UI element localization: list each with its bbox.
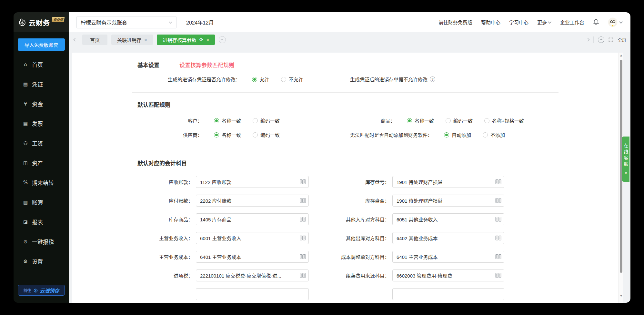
voucher-edit-label: 生成的进销存凭证是否允许修改：: [132, 76, 240, 83]
radio-product-code-match[interactable]: 编码一致: [446, 117, 473, 124]
bell-icon[interactable]: [593, 19, 599, 25]
radio-supplier-code-match[interactable]: 编码一致: [253, 131, 280, 138]
subject-picker-icon[interactable]: [300, 198, 306, 203]
field-label: 库存商品：: [132, 216, 196, 223]
subject-picker-icon[interactable]: [495, 179, 501, 185]
subject-picker-icon[interactable]: [300, 179, 306, 185]
import-free-account-button[interactable]: 导入免费版账套: [18, 38, 65, 51]
sidebar-nav: ⌂ 首页 ▤ 凭证 ¥ 资金 ▦ 发票 ⚇ 工资 ◫ 资产: [14, 55, 69, 271]
radio-customer-code-match[interactable]: 编码一致: [253, 117, 280, 124]
online-service-tab[interactable]: 在线客服 «: [622, 137, 629, 182]
voucher-icon: ▤: [22, 81, 29, 87]
subject-picker-icon[interactable]: [300, 273, 306, 278]
sidebar-item-reports[interactable]: ◪ 报表: [14, 212, 69, 232]
goto-free-version-link[interactable]: 前往财务免费版: [438, 19, 472, 25]
field-label: 其他入库对方科目：: [309, 216, 392, 223]
section-title-basic: 基本设置: [137, 61, 159, 69]
sidebar-item-voucher[interactable]: ▤ 凭证: [14, 74, 69, 94]
sidebar-item-assets[interactable]: ◫ 资产: [14, 153, 69, 173]
assets-icon: ◫: [22, 160, 29, 166]
avatar: [608, 17, 618, 27]
tab-home[interactable]: 首页: [82, 35, 107, 45]
main-cost-input[interactable]: [196, 251, 309, 263]
other-outbound-subject-input[interactable]: [392, 232, 504, 244]
chevron-down-icon: [619, 20, 623, 23]
scroll-down-icon[interactable]: ▼: [619, 293, 624, 298]
radio-disallow[interactable]: 不允许: [281, 76, 303, 83]
sidebar-item-home[interactable]: ⌂ 首页: [14, 55, 69, 74]
radio-supplier-name-match[interactable]: 名称一致: [214, 131, 241, 138]
settings-panel: 基本设置 设置核算参数匹配规则 生成的进销存凭证是否允许修改： 允许 不允许: [72, 53, 618, 303]
radio-auto-add[interactable]: 自动添加: [444, 131, 471, 138]
radio-customer-name-match[interactable]: 名称一致: [214, 117, 241, 124]
user-menu[interactable]: [608, 17, 623, 27]
field-label: 组装费用来源科目：: [309, 272, 392, 279]
learning-center-link[interactable]: 学习中心: [509, 19, 528, 25]
tab-linked-inventory[interactable]: 关联进销存 ×: [111, 35, 153, 45]
fullscreen-label[interactable]: 全屏: [618, 36, 627, 43]
invoice-icon: ▦: [22, 121, 29, 127]
inventory-goods-input[interactable]: [196, 213, 309, 225]
more-menu[interactable]: 更多: [537, 19, 551, 25]
radio-no-add[interactable]: 不添加: [483, 131, 505, 138]
radio-product-name-match[interactable]: 名称一致: [407, 117, 434, 124]
sidebar-item-period-end[interactable]: % 期末结转: [14, 173, 69, 192]
voucher-lock-note: 生成凭证后的进销存单据不允许修改: [350, 76, 428, 83]
sidebar-item-settings[interactable]: ⚙ 设置: [14, 251, 69, 271]
radio-product-name-spec-match[interactable]: 名称+规格一致: [484, 117, 524, 124]
settings-icon: ⚙: [22, 259, 29, 264]
inventory-surplus-input[interactable]: [392, 195, 504, 207]
other-inbound-subject-input[interactable]: [392, 213, 504, 225]
close-icon[interactable]: ×: [206, 37, 209, 42]
input-tax-input[interactable]: [196, 269, 309, 281]
divider: [593, 36, 594, 43]
tabs-scroll-right-icon[interactable]: [586, 38, 589, 41]
question-icon[interactable]: ?: [430, 76, 435, 82]
sidebar-item-salary[interactable]: ⚇ 工资: [14, 133, 69, 153]
subject-picker-icon[interactable]: [495, 254, 501, 259]
sidebar-item-tax[interactable]: ⊙ 一键报税: [14, 232, 69, 251]
sidebar-item-funds[interactable]: ¥ 资金: [14, 94, 69, 114]
subject-picker-icon[interactable]: [495, 217, 501, 222]
top-header: 柠檬云财务示范账套 2024年12月 前往财务免费版 帮助中心 学习中心 更多 …: [69, 12, 630, 32]
field-label: 成本调整单对方科目：: [309, 253, 392, 260]
tab-inventory-accounting-params[interactable]: 进销存核算参数 ⟳ ×: [157, 35, 215, 45]
subject-picker-icon[interactable]: [495, 235, 501, 241]
subject-picker-icon[interactable]: [495, 273, 501, 278]
tabs-dropdown-icon[interactable]: [219, 36, 226, 43]
inventory-loss-input[interactable]: [392, 176, 504, 188]
sidebar-item-invoice[interactable]: ▦ 发票: [14, 114, 69, 133]
subject-mapping-grid: 应收账款： 库存盘亏： 应付账款： 库存盘盈： 库存商品：: [132, 176, 558, 300]
enterprise-workspace-link[interactable]: 企业工作台: [560, 19, 584, 25]
subject-picker-icon[interactable]: [300, 254, 306, 259]
section-title-default-subjects: 默认对应的会计科目: [137, 159, 187, 167]
sidebar-item-ledger[interactable]: ▥ 账簿: [14, 192, 69, 212]
tabs-scroll-left-icon[interactable]: [73, 38, 77, 41]
scroll-up-icon[interactable]: ▲: [619, 53, 624, 58]
assembly-fee-subject-input[interactable]: [392, 269, 504, 281]
tab-bar: 首页 关联进销存 × 进销存核算参数 ⟳ × 全屏: [69, 32, 630, 47]
cost-adjust-subject-input[interactable]: [392, 251, 504, 263]
radio-allow[interactable]: 允许: [252, 76, 269, 83]
product-match-label: 商品：: [350, 117, 395, 124]
subject-picker-icon[interactable]: [495, 198, 501, 203]
subject-input[interactable]: [392, 288, 504, 300]
subject-input[interactable]: [196, 288, 309, 300]
help-center-link[interactable]: 帮助中心: [481, 19, 500, 25]
close-icon[interactable]: ×: [144, 37, 147, 42]
fullscreen-icon[interactable]: [609, 37, 613, 42]
radio-unselected-icon: [446, 118, 451, 123]
main-revenue-input[interactable]: [196, 232, 309, 244]
goto-cloud-inventory-button[interactable]: 前往 云进销存: [18, 285, 65, 296]
subject-picker-icon[interactable]: [300, 235, 306, 241]
radio-unselected-icon: [253, 132, 258, 137]
refresh-icon[interactable]: ⟳: [199, 37, 204, 42]
accounts-payable-input[interactable]: [196, 195, 309, 207]
app-logo: 云财务 专业版: [14, 12, 69, 32]
subject-picker-icon[interactable]: [300, 217, 306, 222]
sidebar: 云财务 专业版 导入免费版账套 ⌂ 首页 ▤ 凭证 ¥ 资金 ▦ 发票 ⚇: [14, 12, 69, 303]
match-rule-hint: 设置核算参数匹配规则: [179, 61, 234, 69]
accounts-receivable-input[interactable]: [196, 176, 309, 188]
account-selector[interactable]: 柠檬云财务示范账套: [76, 16, 176, 28]
collapse-tabs-icon[interactable]: [598, 36, 604, 43]
